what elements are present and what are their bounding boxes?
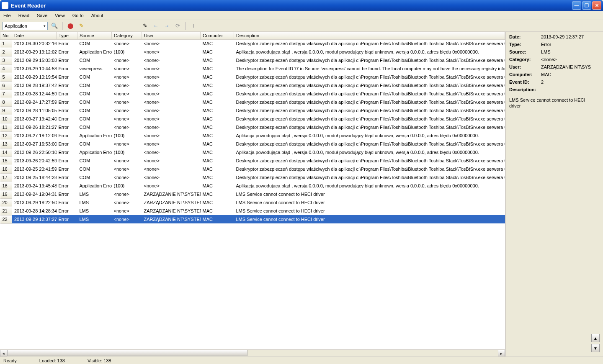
refresh-icon[interactable]: ⟳ (173, 22, 182, 30)
cell-desc: LMS Service cannot connect to HECI drive… (234, 215, 505, 223)
scroll-right-button[interactable]: ▸ (498, 350, 505, 357)
table-row[interactable]: 92013-09-28 11:05:05ErrorCOM<none><none>… (0, 106, 505, 115)
detail-category-label: Category: (509, 57, 541, 62)
table-row[interactable]: 162013-09-25 20:41:59ErrorCOM<none><none… (0, 165, 505, 173)
back-icon[interactable]: ← (152, 22, 160, 30)
event-table-pane: NoDateTypeSourceCategoryUserComputerDesc… (0, 32, 506, 356)
column-header[interactable]: User (142, 32, 201, 39)
cell-category: (100) (112, 48, 142, 56)
chevron-down-icon: ▾ (44, 24, 46, 28)
find-icon[interactable]: ✎ (141, 22, 149, 30)
minimize-button[interactable]: — (572, 1, 581, 10)
text-icon[interactable]: T (189, 22, 198, 30)
table-row[interactable]: 182013-09-24 19:45:48ErrorApplication Er… (0, 182, 505, 190)
table-row[interactable]: 42013-09-29 10:44:53Errorvcsexpress<none… (0, 64, 505, 73)
table-row[interactable]: 222013-09-29 12:37:27ErrorLMS<none>ZARZĄ… (0, 215, 505, 223)
cell-desc: Deskryptor zabezpieczeń dostępu właściwy… (234, 140, 505, 148)
table-row[interactable]: 132013-09-27 16:53:00ErrorCOM<none><none… (0, 140, 505, 148)
scroll-track[interactable] (7, 350, 498, 356)
table-row[interactable]: 172013-09-25 18:44:28ErrorCOM<none><none… (0, 173, 505, 182)
cell-desc: Deskryptor zabezpieczeń dostępu właściwy… (234, 39, 505, 48)
table-row[interactable]: 102013-09-27 19:42:40ErrorCOM<none><none… (0, 115, 505, 123)
cell-type: Error (57, 56, 77, 64)
maximize-button[interactable]: ❐ (582, 1, 591, 10)
next-event-button[interactable]: ▼ (591, 344, 600, 352)
cell-user: <none> (142, 173, 201, 182)
cell-no: 17 (0, 173, 12, 182)
scroll-left-button[interactable]: ◂ (0, 350, 7, 357)
table-row[interactable]: 152013-09-26 20:42:59ErrorCOM<none><none… (0, 156, 505, 165)
detail-type-label: Type: (509, 42, 541, 47)
cell-user: <none> (142, 56, 201, 64)
cell-user: <none> (142, 106, 201, 115)
menu-about[interactable]: About (91, 13, 103, 18)
detail-eventid-value: 2 (541, 79, 544, 85)
column-header[interactable]: Category (112, 32, 142, 39)
table-row[interactable]: 62013-09-28 19:37:42ErrorCOM<none><none>… (0, 81, 505, 90)
cell-computer: MAC (201, 48, 234, 56)
column-header[interactable]: Source (77, 32, 112, 39)
toolbar: Application ▾ 🔍 ⬤ ✎ ✎ ← → ⟳ T (0, 20, 603, 32)
table-row[interactable]: 52013-09-29 10:19:54ErrorCOM<none><none>… (0, 73, 505, 81)
table-row[interactable]: 32013-09-29 15:03:03ErrorCOM<none><none>… (0, 56, 505, 64)
close-button[interactable]: ✕ (592, 1, 601, 10)
cell-computer: MAC (201, 165, 234, 173)
cell-user: <none> (142, 39, 201, 48)
cell-no: 19 (0, 190, 12, 198)
column-header[interactable]: Description (234, 32, 505, 39)
table-row[interactable]: 202013-09-29 18:22:50ErrorLMS<none>ZARZĄ… (0, 198, 505, 207)
colors-icon[interactable]: ⬤ (66, 22, 75, 30)
log-selector-value: Application (5, 23, 27, 28)
column-header[interactable]: Computer (201, 32, 234, 39)
table-row[interactable]: 82013-09-24 17:27:59ErrorCOM<none><none>… (0, 98, 505, 106)
cell-no: 2 (0, 48, 12, 56)
menu-read[interactable]: Read (18, 13, 29, 18)
table-row[interactable]: 22013-09-29 19:12:02ErrorApplication Err… (0, 48, 505, 56)
cell-type: Error (57, 148, 77, 156)
cell-category: <none> (112, 106, 142, 115)
cell-date: 2013-09-25 20:41:59 (12, 165, 57, 173)
menu-view[interactable]: View (55, 13, 65, 18)
cell-computer: MAC (201, 106, 234, 115)
cell-category: <none> (112, 73, 142, 81)
detail-type-value: Error (541, 42, 551, 47)
menu-save[interactable]: Save (37, 13, 47, 18)
horizontal-scrollbar[interactable]: ◂ ▸ (0, 349, 505, 356)
column-header[interactable]: Type (57, 32, 77, 39)
prev-event-button[interactable]: ▲ (591, 334, 600, 342)
brush-icon[interactable]: ✎ (77, 22, 85, 30)
cell-desc: Deskryptor zabezpieczeń dostępu właściwy… (234, 123, 505, 131)
cell-category: <none> (112, 98, 142, 106)
cell-user: <none> (142, 165, 201, 173)
scroll-thumb[interactable] (7, 350, 247, 356)
detail-description-value: LMS Service cannot connect to HECI drive… (509, 97, 600, 109)
column-header[interactable]: No (0, 32, 12, 39)
cell-type: Error (57, 207, 77, 215)
cell-category: <none> (112, 207, 142, 215)
log-selector[interactable]: Application ▾ (3, 22, 48, 30)
cell-source: vcsexpress (77, 64, 112, 73)
cell-user: <none> (142, 73, 201, 81)
cell-desc: Aplikacja powodująca błąd , wersja 0.0.0… (234, 182, 505, 190)
forward-icon[interactable]: → (162, 22, 171, 30)
table-row[interactable]: 192013-09-24 19:04:31ErrorLMS<none>ZARZĄ… (0, 190, 505, 198)
menu-file[interactable]: File (3, 13, 11, 18)
table-row[interactable]: 122013-09-27 18:12:09ErrorApplication Er… (0, 131, 505, 140)
cell-no: 22 (0, 215, 12, 223)
app-icon (2, 2, 8, 9)
cell-user: ZARZĄDZANIE NT\SYSTEM (142, 190, 201, 198)
cell-user: <none> (142, 182, 201, 190)
table-row[interactable]: 112013-09-26 18:21:27ErrorCOM<none><none… (0, 123, 505, 131)
table-row[interactable]: 142013-09-26 22:50:10ErrorApplication Er… (0, 148, 505, 156)
cell-desc: Deskryptor zabezpieczeń dostępu właściwy… (234, 115, 505, 123)
cell-computer: MAC (201, 56, 234, 64)
table-row[interactable]: 72013-09-28 12:44:59ErrorCOM<none><none>… (0, 90, 505, 98)
table-row[interactable]: 12013-09-30 20:32:16ErrorCOM<none><none>… (0, 39, 505, 48)
column-header[interactable]: Date (12, 32, 57, 39)
cell-computer: MAC (201, 131, 234, 140)
table-row[interactable]: 212013-09-28 14:28:34ErrorLMS<none>ZARZĄ… (0, 207, 505, 215)
cell-date: 2013-09-24 17:27:59 (12, 98, 57, 106)
menu-goto[interactable]: Go to (72, 13, 84, 18)
zoom-icon[interactable]: 🔍 (50, 22, 59, 30)
detail-eventid-label: Event ID: (509, 79, 541, 85)
